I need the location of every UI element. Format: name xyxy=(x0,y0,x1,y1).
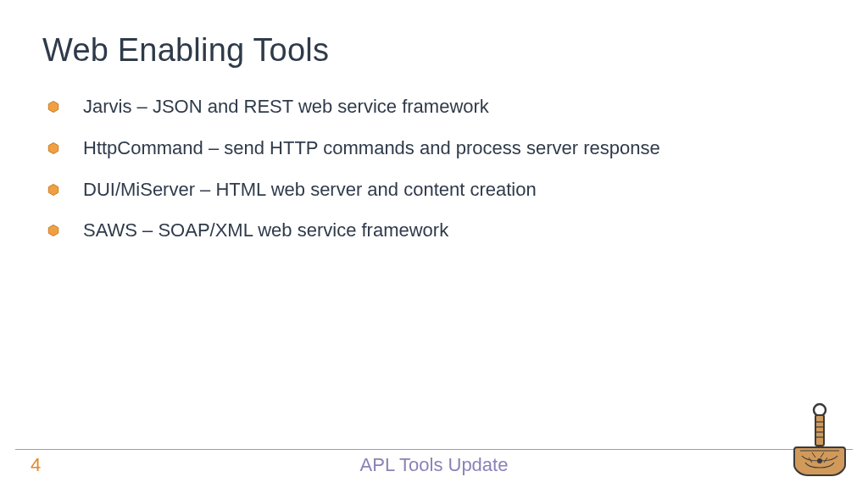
list-item: DUI/MiServer – HTML web server and conte… xyxy=(44,177,826,203)
svg-marker-1 xyxy=(48,142,58,153)
footer-title: APL Tools Update xyxy=(0,454,868,476)
slide-footer: 4 APL Tools Update xyxy=(0,437,868,488)
hexagon-bullet-icon xyxy=(47,184,59,199)
list-item: SAWS – SOAP/XML web service framework xyxy=(44,218,826,244)
bullet-text: HttpCommand – send HTTP commands and pro… xyxy=(83,136,660,162)
slide-title: Web Enabling Tools xyxy=(42,32,826,69)
footer-divider xyxy=(15,449,853,450)
hammer-logo-icon xyxy=(793,402,846,483)
bullet-text: Jarvis – JSON and REST web service frame… xyxy=(83,94,489,120)
hexagon-bullet-icon xyxy=(47,101,59,116)
hexagon-bullet-icon xyxy=(47,225,59,240)
slide: Web Enabling Tools Jarvis – JSON and RES… xyxy=(0,0,868,488)
bullet-list: Jarvis – JSON and REST web service frame… xyxy=(44,94,826,244)
hexagon-bullet-icon xyxy=(47,142,59,158)
bullet-text: DUI/MiServer – HTML web server and conte… xyxy=(83,177,537,203)
svg-marker-0 xyxy=(48,102,58,113)
svg-point-4 xyxy=(814,404,826,416)
svg-marker-2 xyxy=(48,184,58,195)
svg-marker-3 xyxy=(48,225,58,236)
list-item: Jarvis – JSON and REST web service frame… xyxy=(44,94,826,120)
svg-rect-5 xyxy=(815,415,824,446)
bullet-text: SAWS – SOAP/XML web service framework xyxy=(83,218,448,244)
svg-point-10 xyxy=(817,458,822,463)
list-item: HttpCommand – send HTTP commands and pro… xyxy=(44,136,826,162)
